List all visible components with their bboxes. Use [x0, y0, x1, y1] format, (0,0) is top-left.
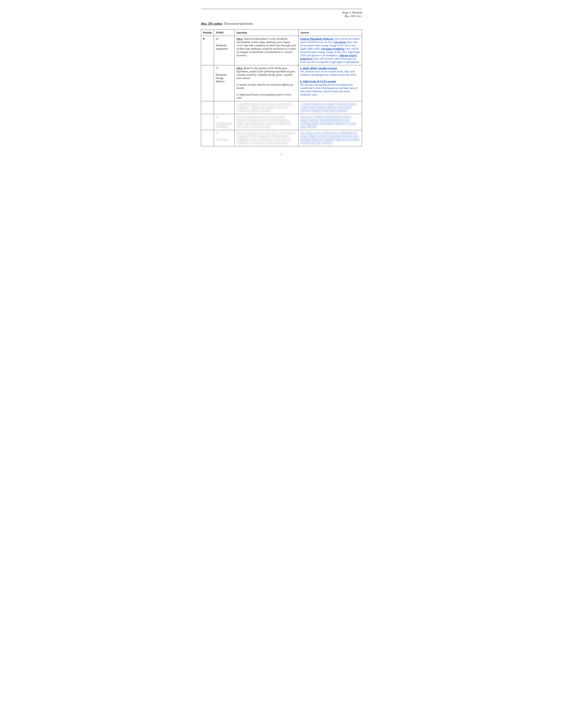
topic-label-metabolic-integration: MetabolicIntegration — [216, 44, 228, 50]
module-empty-3 — [201, 114, 214, 130]
table-row: 9 26 MetabolicIntegration Q9.1: Glucose-… — [201, 36, 362, 65]
topic-26: 26 MetabolicIntegration — [214, 36, 234, 65]
table-row: 29Some Topic Q9.4: blurred question text… — [201, 130, 362, 146]
answer-glycolysis-title: Glycolysis: — [334, 41, 347, 44]
answer-q9-3: The answer continues with blurred text a… — [300, 115, 356, 128]
header-topic: TOPIC — [214, 30, 234, 36]
table-row: 27 MetabolicEnergy Balance Q9.2: Based o… — [201, 65, 362, 101]
header-line2: Bioc 385i Set 2 — [201, 14, 362, 18]
topic-28: 28Something andSomething — [216, 115, 232, 128]
answer-ppp-title: Pentose Phosphate Pathway: — [300, 37, 334, 40]
answer-glycogen-title: Glycogen Synthesis: — [321, 47, 345, 50]
header-question: Question — [235, 30, 298, 36]
discussion-table: Module TOPIC Question Answer 9 26 Metabo… — [201, 30, 362, 146]
question-q9-1-label: Q9.1: — [236, 37, 243, 40]
question-q9-4: Q9.4: blurred question text Describe A) … — [236, 131, 296, 144]
module-empty-4 — [201, 130, 214, 146]
question-q9-2-a: a. Insulin receptor that has an increase… — [236, 83, 294, 90]
module-empty-2 — [201, 101, 214, 114]
question-q9-1: Q9.1: Glucose-6-phosphate is a key metab… — [235, 36, 298, 65]
question-q9-1-body: Glucose-6-phosphate is a key metabolic i… — [236, 37, 296, 57]
question-q9-2c-blurred: c. hypothetical gene variant about some … — [235, 101, 298, 114]
page-title-bold: Bioc 385 online — [201, 22, 222, 25]
page-number: 2 — [201, 153, 362, 156]
answer-q9-2c-blurred: c. blurred answer text continues with mo… — [298, 101, 362, 114]
question-q9-2-b: b. High basal levels of uncoupling prote… — [236, 93, 292, 99]
page-title: Bioc 385 online: Discussion Questions — [201, 22, 362, 26]
topic-28-blurred: 28Something andSomething — [214, 114, 234, 130]
question-q9-2-label: Q9.2: — [236, 67, 243, 70]
question-blurred-c: c. hypothetical gene variant about some … — [236, 103, 292, 112]
header-module: Module — [201, 30, 214, 36]
answer-blurred-c: c. blurred answer text continues with mo… — [300, 103, 356, 112]
question-q9-2-body: Based on the premise of the thrifty gene… — [236, 67, 295, 80]
topic-empty-1 — [214, 101, 234, 114]
answer-q9-4: The longest answer continues here with b… — [300, 131, 360, 144]
topic-29: 29Some Topic — [216, 131, 229, 141]
answer-q9-1: Pentose Phosphate Pathway: Flux will be … — [298, 36, 362, 65]
question-q9-4-blurred: Q9.4: blurred question text Describe A) … — [235, 130, 298, 146]
answer-a-body: Yes, because even at low insulin levels,… — [300, 70, 357, 76]
question-q9-3: Q9.3: blurred question text here about s… — [236, 115, 292, 128]
topic-label-metabolic-energy: MetabolicEnergy Balance — [216, 73, 227, 83]
question-q9-3-blurred: Q9.3: blurred question text here about s… — [235, 114, 298, 130]
page-title-rest: : Discussion Questions — [222, 22, 253, 25]
table-row: 28Something andSomething Q9.3: blurred q… — [201, 114, 362, 130]
question-q9-2: Q9.2: Based on the premise of the thrift… — [235, 65, 298, 101]
header-line1: Roger L Miesfeld — [201, 11, 362, 14]
answer-q9-4-blurred: The longest answer continues here with b… — [298, 130, 362, 146]
topic-27: 27 MetabolicEnergy Balance — [214, 65, 234, 101]
module-empty-1 — [201, 65, 214, 101]
answer-q9-2: a. High affinity insulin receptor Yes, b… — [298, 65, 362, 101]
header-answer: Answer — [298, 30, 362, 36]
topic-29-blurred: 29Some Topic — [214, 130, 234, 146]
module-9: 9 — [201, 36, 214, 65]
answer-b-title: b. High levels of UCP1 protein — [300, 80, 336, 83]
table-row: c. hypothetical gene variant about some … — [201, 101, 362, 114]
answer-q9-3-blurred: The answer continues with blurred text a… — [298, 114, 362, 130]
answer-a-title: a. High affinity insulin receptor — [300, 67, 337, 70]
page-header: Roger L Miesfeld Bioc 385i Set 2 — [201, 9, 362, 18]
answer-b-body: No, because uncoupling protein overexpre… — [300, 83, 358, 96]
